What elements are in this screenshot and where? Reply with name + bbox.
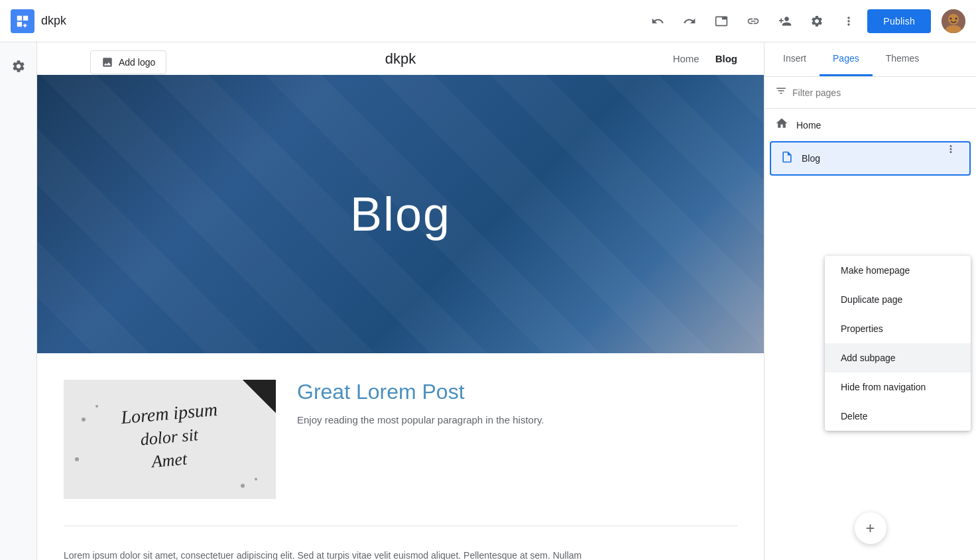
tab-pages[interactable]: Pages (820, 42, 873, 76)
blog-post: Lorem ipsum dolor sit Amet (64, 380, 737, 499)
tab-insert[interactable]: Insert (770, 42, 820, 76)
context-menu: Make homepage Duplicate page Properties … (825, 256, 971, 431)
svg-point-14 (241, 484, 245, 488)
site-name: dkpk (41, 14, 66, 28)
hero-title: Blog (350, 187, 451, 241)
svg-point-4 (955, 17, 957, 19)
hero-section: Blog (37, 75, 764, 353)
link-button[interactable] (740, 8, 766, 34)
blog-divider (64, 526, 737, 526)
sites-logo-icon (11, 9, 34, 33)
context-menu-delete[interactable]: Delete (825, 402, 971, 431)
pages-panel: Home Blog Make homepage Duplicate page P… (764, 77, 976, 560)
context-menu-duplicate[interactable]: Duplicate page (825, 285, 971, 314)
publish-button[interactable]: Publish (867, 9, 931, 33)
page-item-blog[interactable]: Blog (770, 141, 971, 176)
blog-post-excerpt: Enjoy reading the most popular paragraph… (297, 412, 544, 428)
home-page-label: Home (796, 120, 965, 131)
left-panel (0, 42, 37, 560)
tab-themes[interactable]: Themes (873, 42, 933, 76)
toolbar-logo: dkpk (11, 9, 66, 33)
user-avatar[interactable] (942, 9, 965, 33)
redo-button[interactable] (676, 8, 703, 34)
right-panel: Insert Pages Themes Home (764, 42, 976, 560)
svg-point-12 (75, 457, 79, 461)
page-more-button[interactable] (942, 140, 960, 158)
settings-button[interactable] (804, 8, 830, 34)
site-preview: Add logo dkpk Home Blog Blog (37, 42, 764, 560)
site-nav: Home Blog (673, 53, 737, 64)
site-title: dkpk (385, 50, 416, 68)
blog-post-info: Great Lorem Post Enjoy reading the most … (297, 380, 544, 428)
page-item-home[interactable]: Home (764, 109, 976, 141)
svg-point-11 (95, 405, 98, 408)
more-options-button[interactable] (835, 8, 862, 34)
blog-body-text: Lorem ipsum dolor sit amet, consectetuer… (64, 547, 737, 560)
svg-point-3 (950, 17, 952, 19)
context-menu-add-subpage[interactable]: Add subpage (825, 343, 971, 372)
add-logo-label: Add logo (119, 57, 155, 68)
blog-post-image: Lorem ipsum dolor sit Amet (64, 380, 276, 499)
left-settings-icon[interactable] (5, 53, 32, 80)
preview-area: Add logo dkpk Home Blog Blog (37, 42, 764, 560)
filter-icon (775, 85, 787, 100)
toolbar: dkpk Publish (0, 0, 976, 42)
nav-blog[interactable]: Blog (715, 53, 737, 64)
svg-point-10 (82, 418, 86, 421)
blog-page-icon (780, 150, 794, 167)
context-menu-hide-nav[interactable]: Hide from navigation (825, 372, 971, 402)
preview-scroll[interactable]: Add logo dkpk Home Blog Blog (37, 42, 764, 560)
blog-page-label: Blog (802, 153, 934, 164)
undo-button[interactable] (644, 8, 671, 34)
svg-marker-9 (243, 380, 276, 413)
home-page-icon (775, 117, 788, 133)
add-logo-button[interactable]: Add logo (90, 50, 166, 74)
main-area: Add logo dkpk Home Blog Blog (0, 42, 976, 560)
filter-row (764, 77, 976, 109)
svg-text:Amet: Amet (149, 449, 188, 472)
nav-home[interactable]: Home (673, 53, 700, 64)
panel-tabs: Insert Pages Themes (764, 42, 976, 77)
blog-post-title: Great Lorem Post (297, 380, 544, 404)
site-header: Add logo dkpk Home Blog (37, 42, 764, 75)
filter-pages-input[interactable] (792, 87, 965, 98)
add-page-icon: + (865, 519, 875, 537)
context-menu-make-homepage[interactable]: Make homepage (825, 256, 971, 285)
post-thumbnail: Lorem ipsum dolor sit Amet (64, 380, 276, 499)
svg-point-13 (255, 478, 257, 480)
add-person-button[interactable] (772, 8, 798, 34)
blog-content: Lorem ipsum dolor sit Amet (37, 353, 764, 560)
add-page-button[interactable]: + (855, 512, 886, 544)
preview-button[interactable] (708, 8, 735, 34)
context-menu-properties[interactable]: Properties (825, 314, 971, 343)
toolbar-actions: Publish (644, 8, 965, 34)
